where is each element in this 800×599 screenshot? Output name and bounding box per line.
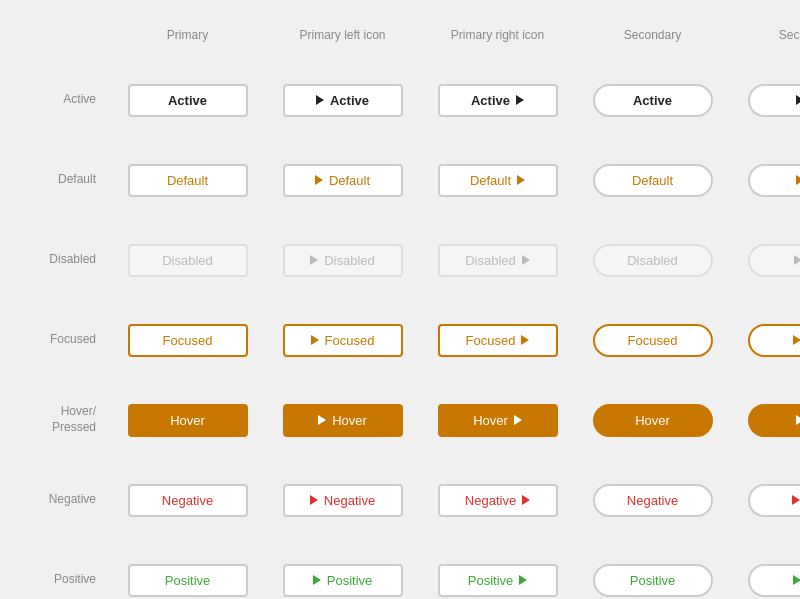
btn-default-primary[interactable]: Default bbox=[128, 164, 248, 197]
cell-hover-secondary: Hover bbox=[575, 380, 730, 460]
left-icon bbox=[792, 495, 800, 505]
left-icon bbox=[313, 575, 321, 585]
right-icon bbox=[514, 415, 522, 425]
btn-active-secondary-left[interactable]: A bbox=[748, 84, 801, 117]
right-icon bbox=[519, 575, 527, 585]
cell-default-secondary-left: D bbox=[730, 140, 800, 220]
btn-hover-secondary-left[interactable]: H bbox=[748, 404, 801, 437]
btn-disabled-secondary-left: Di bbox=[748, 244, 801, 277]
cell-default-primary-right: Default bbox=[420, 140, 575, 220]
left-icon bbox=[796, 175, 800, 185]
header-primary: Primary bbox=[110, 10, 265, 60]
cell-positive-primary-left: Positive bbox=[265, 540, 420, 599]
cell-default-secondary: Default bbox=[575, 140, 730, 220]
btn-disabled-primary-right: Disabled bbox=[438, 244, 558, 277]
btn-focused-secondary[interactable]: Focused bbox=[593, 324, 713, 357]
header-secondary-left: Secondary bbox=[730, 10, 800, 60]
btn-positive-primary-left[interactable]: Positive bbox=[283, 564, 403, 597]
cell-default-primary: Default bbox=[110, 140, 265, 220]
btn-hover-primary[interactable]: Hover bbox=[128, 404, 248, 437]
btn-negative-secondary[interactable]: Negative bbox=[593, 484, 713, 517]
left-icon bbox=[311, 335, 319, 345]
cell-hover-secondary-left: H bbox=[730, 380, 800, 460]
cell-hover-primary-right: Hover bbox=[420, 380, 575, 460]
cell-negative-primary-left: Negative bbox=[265, 460, 420, 540]
left-icon bbox=[796, 95, 800, 105]
btn-negative-secondary-left[interactable]: Ne bbox=[748, 484, 801, 517]
cell-disabled-primary-left: Disabled bbox=[265, 220, 420, 300]
cell-disabled-primary-right: Disabled bbox=[420, 220, 575, 300]
btn-focused-primary[interactable]: Focused bbox=[128, 324, 248, 357]
main-container: Primary Primary left icon Primary right … bbox=[0, 0, 800, 599]
btn-active-secondary[interactable]: Active bbox=[593, 84, 713, 117]
cell-active-primary-left: Active bbox=[265, 60, 420, 140]
right-icon bbox=[522, 255, 530, 265]
label-active: Active bbox=[20, 60, 110, 140]
cell-focused-secondary: Focused bbox=[575, 300, 730, 380]
btn-default-secondary[interactable]: Default bbox=[593, 164, 713, 197]
left-icon bbox=[318, 415, 326, 425]
left-icon bbox=[316, 95, 324, 105]
btn-focused-primary-left[interactable]: Focused bbox=[283, 324, 403, 357]
cell-positive-secondary-left: Po bbox=[730, 540, 800, 599]
cell-active-primary: Active bbox=[110, 60, 265, 140]
label-default: Default bbox=[20, 140, 110, 220]
right-icon bbox=[521, 335, 529, 345]
header-empty bbox=[20, 10, 110, 60]
btn-hover-secondary[interactable]: Hover bbox=[593, 404, 713, 437]
cell-negative-secondary-left: Ne bbox=[730, 460, 800, 540]
btn-focused-primary-right[interactable]: Focused bbox=[438, 324, 558, 357]
cell-disabled-primary: Disabled bbox=[110, 220, 265, 300]
left-icon bbox=[794, 255, 800, 265]
cell-disabled-secondary-left: Di bbox=[730, 220, 800, 300]
cell-negative-secondary: Negative bbox=[575, 460, 730, 540]
btn-positive-primary[interactable]: Positive bbox=[128, 564, 248, 597]
btn-hover-primary-right[interactable]: Hover bbox=[438, 404, 558, 437]
btn-positive-primary-right[interactable]: Positive bbox=[438, 564, 558, 597]
right-icon bbox=[522, 495, 530, 505]
cell-focused-primary-left: Focused bbox=[265, 300, 420, 380]
btn-disabled-primary: Disabled bbox=[128, 244, 248, 277]
btn-active-primary-left[interactable]: Active bbox=[283, 84, 403, 117]
label-disabled: Disabled bbox=[20, 220, 110, 300]
btn-hover-primary-left[interactable]: Hover bbox=[283, 404, 403, 437]
cell-disabled-secondary: Disabled bbox=[575, 220, 730, 300]
cell-focused-primary: Focused bbox=[110, 300, 265, 380]
cell-focused-secondary-left: Fo bbox=[730, 300, 800, 380]
btn-active-primary[interactable]: Active bbox=[128, 84, 248, 117]
btn-negative-primary[interactable]: Negative bbox=[128, 484, 248, 517]
right-icon bbox=[516, 95, 524, 105]
cell-hover-primary: Hover bbox=[110, 380, 265, 460]
btn-focused-secondary-left[interactable]: Fo bbox=[748, 324, 801, 357]
cell-default-primary-left: Default bbox=[265, 140, 420, 220]
btn-positive-secondary-left[interactable]: Po bbox=[748, 564, 801, 597]
cell-active-primary-right: Active bbox=[420, 60, 575, 140]
btn-positive-secondary[interactable]: Positive bbox=[593, 564, 713, 597]
label-negative: Negative bbox=[20, 460, 110, 540]
label-focused: Focused bbox=[20, 300, 110, 380]
right-icon bbox=[517, 175, 525, 185]
cell-negative-primary-right: Negative bbox=[420, 460, 575, 540]
cell-active-secondary: Active bbox=[575, 60, 730, 140]
label-positive: Positive bbox=[20, 540, 110, 599]
btn-disabled-secondary: Disabled bbox=[593, 244, 713, 277]
header-secondary: Secondary bbox=[575, 10, 730, 60]
cell-positive-primary-right: Positive bbox=[420, 540, 575, 599]
left-icon bbox=[793, 575, 800, 585]
left-icon bbox=[315, 175, 323, 185]
btn-negative-primary-right[interactable]: Negative bbox=[438, 484, 558, 517]
cell-focused-primary-right: Focused bbox=[420, 300, 575, 380]
btn-default-primary-left[interactable]: Default bbox=[283, 164, 403, 197]
left-icon bbox=[796, 415, 800, 425]
cell-positive-primary: Positive bbox=[110, 540, 265, 599]
btn-active-primary-right[interactable]: Active bbox=[438, 84, 558, 117]
btn-negative-primary-left[interactable]: Negative bbox=[283, 484, 403, 517]
header-primary-right: Primary right icon bbox=[420, 10, 575, 60]
btn-default-primary-right[interactable]: Default bbox=[438, 164, 558, 197]
btn-default-secondary-left[interactable]: D bbox=[748, 164, 801, 197]
cell-active-secondary-left: A bbox=[730, 60, 800, 140]
btn-disabled-primary-left: Disabled bbox=[283, 244, 403, 277]
left-icon bbox=[310, 255, 318, 265]
left-icon bbox=[310, 495, 318, 505]
left-icon bbox=[793, 335, 800, 345]
